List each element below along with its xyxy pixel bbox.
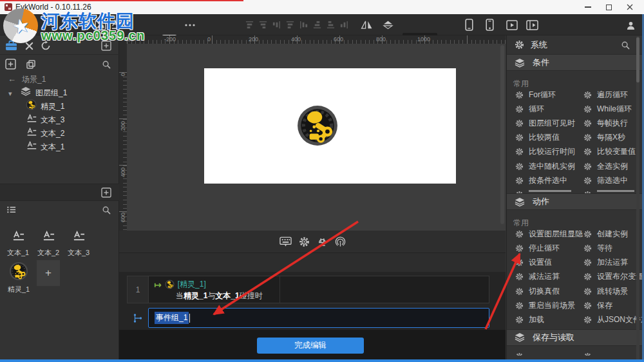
ruler-tick-label: 600 [120,213,126,222]
close-button[interactable] [620,0,639,14]
condition-item[interactable]: While循环 [583,102,644,116]
add-object-icon[interactable] [5,59,16,70]
search-objects-icon[interactable] [102,205,111,214]
sprite-thumb-icon [165,280,175,289]
finish-editing-button[interactable]: 完成编辑 [257,338,364,354]
stage-viewport[interactable] [204,68,456,184]
condition-item[interactable]: 遍历循环 [583,88,644,102]
action-item[interactable]: 等待 [583,242,644,256]
preview-phone-icon[interactable] [465,19,473,31]
action-item[interactable]: 设置图层组显隐 [515,227,583,241]
run-debug-icon[interactable] [526,20,538,30]
sprite-palette-icon[interactable] [9,262,28,281]
distribute-v-icon[interactable] [339,20,349,30]
align-center-h-icon[interactable] [258,20,268,30]
condition-item[interactable]: 比较两值 [515,131,583,145]
flip-vertical-icon[interactable] [382,20,394,30]
preview-device-icon[interactable] [486,19,494,31]
duplicate-icon[interactable] [26,59,36,70]
add-object-tile[interactable]: + [37,260,60,286]
search-tree-icon[interactable] [102,60,111,69]
tools-tab-icon[interactable] [24,41,34,51]
condition-item[interactable]: 选中随机实例 [515,159,583,173]
condition-item[interactable]: 全选实例 [583,159,644,173]
panel-scrollbar-track[interactable] [636,36,639,361]
gear-icon [583,230,592,238]
gear-icon [515,272,524,281]
add-object-type-icon[interactable] [101,187,111,198]
action-item[interactable]: 从JSON文件加载 [583,312,644,327]
action-item[interactable]: 重启当前场景 [515,298,583,312]
palette-sprite-label[interactable]: 精灵_1 [4,285,33,294]
action-item[interactable]: 设置布尔变量 [583,270,644,284]
settings-gear-icon[interactable] [299,236,310,247]
section-conditions[interactable]: 条件 [507,54,644,71]
sprite-instance[interactable] [296,104,339,147]
canvas-scrollbar[interactable] [500,45,504,224]
condition-item[interactable]: 循环 [515,102,583,116]
gamepad-plug-icon[interactable] [317,236,328,247]
event-object-reference[interactable]: [精灵_1] [178,279,206,290]
align-bottom-icon[interactable] [312,20,322,30]
tree-item-text3[interactable]: 文本_3 [41,115,64,126]
chevron-down-icon[interactable]: ▾ [8,87,12,99]
action-item[interactable]: 停止循环 [515,242,583,256]
align-middle-v-icon[interactable] [299,20,308,30]
action-item[interactable]: 创建实例 [583,227,644,241]
condition-item[interactable]: 每隔X秒 [583,131,644,145]
action-item[interactable]: 加法运算 [583,256,644,270]
user-avatar-icon[interactable] [626,21,636,30]
tree-item-text2[interactable]: 文本_2 [41,128,64,139]
palette-text1-label[interactable]: 文本_1 [4,248,32,258]
condition-item[interactable]: 按条件选中 [515,173,583,187]
search-system-icon[interactable] [621,41,630,50]
touch-input-icon[interactable] [335,236,346,247]
group-name-selected-text: 事件组_1 [155,312,189,324]
system-gear-icon [515,40,524,50]
action-item[interactable]: 设置值 [515,256,583,270]
action-item[interactable]: 保存 [583,298,644,312]
back-arrow-icon[interactable]: ← [8,73,16,84]
more-tools-icon[interactable] [184,23,196,27]
keyboard-input-icon[interactable] [279,236,292,247]
distribute-h-icon[interactable] [326,20,336,30]
condition-item[interactable]: 筛选选中 [583,173,644,187]
flip-horizontal-icon[interactable] [361,20,373,30]
scene-breadcrumb[interactable]: 场景_1 [22,74,46,85]
run-scene-icon[interactable] [506,20,518,30]
tree-item-layer-group[interactable]: 图层组_1 [35,88,67,99]
condition-item[interactable]: 每帧执行 [583,116,644,130]
action-item[interactable]: 加载 [515,312,583,327]
align-left-icon[interactable] [245,20,254,30]
condition-item[interactable]: For循环 [515,88,583,102]
ruler-tick-label: 400 [120,167,126,177]
group-name-input[interactable]: 事件组_1 [148,308,489,328]
text-object-icon[interactable] [12,230,24,242]
text-object-icon[interactable] [43,230,55,242]
align-top-icon[interactable] [285,20,295,30]
action-item[interactable]: 跳转场景 [583,284,644,298]
condition-item[interactable]: 比较运行时间 [515,145,583,159]
tree-item-text1[interactable]: 文本_1 [41,142,64,153]
clipped-condition-row [507,187,644,193]
section-actions[interactable]: 动作 [507,193,644,210]
palette-text3-label[interactable]: 文本_3 [64,248,93,258]
layers-icon [515,332,525,342]
condition-item[interactable]: 图层组可见时 [515,116,583,130]
section-save-load[interactable]: 保存与读取 [507,329,644,346]
tree-item-sprite[interactable]: 精灵_1 [41,101,64,112]
action-item[interactable]: 减法运算 [515,270,583,284]
maximize-button[interactable] [599,0,618,14]
action-item[interactable]: 切换真假 [515,284,583,298]
watermark-logo: ★ [3,8,38,43]
gear-icon [515,244,524,252]
condition-item[interactable]: 比较变量值 [583,145,644,159]
text-object-icon[interactable] [73,230,85,242]
list-view-icon[interactable] [6,205,16,214]
text-object-icon [26,127,37,137]
event-condition-text[interactable]: 当精灵_1与文本_1碰撞时 [176,291,263,301]
palette-text2-label[interactable]: 文本_2 [34,248,62,258]
align-right-icon[interactable] [272,20,281,30]
minimize-button[interactable] [578,0,598,14]
panel-scrollbar-thumb[interactable] [636,37,639,82]
